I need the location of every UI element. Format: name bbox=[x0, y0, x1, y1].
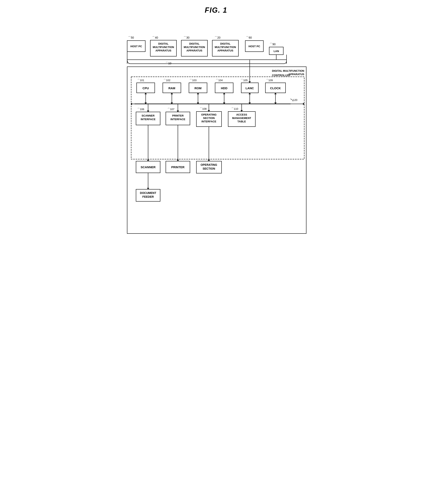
scanner-interface-line2: INTERFACE bbox=[141, 118, 156, 121]
ref-105-label: 105 bbox=[243, 79, 248, 82]
op-sec-iface-line2: SECTION bbox=[203, 117, 215, 120]
hdd-label: HDD bbox=[221, 86, 227, 90]
op-sec-iface-line3: INTERFACE bbox=[201, 120, 216, 123]
host-pc-right-label: HOST PC bbox=[248, 45, 260, 48]
op-sec-line2: SECTION bbox=[202, 167, 215, 170]
controller-label: CONTROLLER bbox=[272, 74, 290, 77]
printer-label: PRINTER bbox=[171, 165, 185, 169]
ref-10-label: ⌒10 bbox=[165, 62, 171, 65]
doc-feeder-line1: DOCUMENT bbox=[140, 191, 156, 195]
ref-30-label: ⌒30 bbox=[184, 36, 189, 39]
ref-50-label: ⌒50 bbox=[128, 36, 134, 39]
diagram-container: ⌒50 ⌒40 ⌒30 ⌒20 ⌒60 ⌒90 HOST PC DIGITAL … bbox=[120, 20, 313, 242]
rom-label: ROM bbox=[194, 86, 201, 90]
ref-107-label: ⌒107 bbox=[167, 108, 174, 111]
ref-104-label: ⌒104 bbox=[216, 79, 223, 82]
apparatus-title-line2: APPARATUS bbox=[288, 73, 304, 76]
lan-bracket-curve bbox=[127, 60, 287, 64]
dma-40-line3: APPARATUS bbox=[155, 49, 171, 52]
ref-108-label: ⌒108 bbox=[200, 107, 207, 110]
host-pc-left-label: HOST PC bbox=[130, 45, 142, 48]
dma-20-line3: APPARATUS bbox=[217, 49, 233, 52]
dma-40-line2: MULTIFUNCTION bbox=[153, 46, 174, 49]
printer-interface-line1: PRINTER bbox=[172, 114, 184, 117]
ref-102-label: ⌒102 bbox=[163, 79, 170, 82]
access-mgmt-line3: TABLE bbox=[237, 120, 246, 123]
dma-20-line2: MULTIFUNCTION bbox=[215, 46, 236, 49]
ref-40-label: ⌒40 bbox=[152, 36, 158, 39]
cpu-label: CPU bbox=[142, 86, 149, 90]
scanner-interface-line1: SCANNER bbox=[141, 114, 155, 117]
ref-110-label: ⌒110 bbox=[231, 107, 238, 110]
op-sec-line1: OPERATING bbox=[200, 163, 217, 166]
ref-120-label: 120 bbox=[293, 99, 297, 101]
printer-interface-line2: INTERFACE bbox=[170, 118, 185, 121]
ref-105-curve: ⌒ bbox=[241, 79, 243, 82]
clock-label: CLOCK bbox=[270, 86, 281, 90]
ref-109-label: 109 bbox=[268, 79, 273, 82]
op-sec-iface-line1: OPERATING bbox=[201, 113, 216, 116]
ref-60-label: ⌒60 bbox=[246, 36, 252, 39]
scanner-label: SCANNER bbox=[141, 165, 155, 169]
apparatus-title-line1: DIGITAL MULTIFUNCTION bbox=[272, 69, 304, 72]
ref-90-label: ⌒90 bbox=[270, 43, 276, 46]
dma-20-line1: DIGITAL bbox=[220, 42, 230, 45]
page-title: FIG. 1 bbox=[205, 6, 227, 14]
access-mgmt-line1: ACCESS bbox=[236, 113, 247, 116]
ram-label: RAM bbox=[168, 86, 175, 90]
ref-109-curve: ⌒ bbox=[266, 79, 269, 82]
dma-30-line3: APPARATUS bbox=[186, 49, 202, 52]
doc-feeder-line2: FEEDER bbox=[142, 195, 154, 198]
dma-40-line1: DIGITAL bbox=[158, 42, 169, 45]
dma-30-line2: MULTIFUNCTION bbox=[184, 46, 205, 49]
access-mgmt-line2: MANAGEMENT bbox=[232, 117, 251, 120]
ref-20-label: ⌒20 bbox=[215, 36, 221, 39]
dma-30-line1: DIGITAL bbox=[189, 42, 199, 45]
ref-103-label: ⌒103 bbox=[189, 79, 197, 82]
diagram-svg: ⌒50 ⌒40 ⌒30 ⌒20 ⌒60 ⌒90 HOST PC DIGITAL … bbox=[120, 20, 313, 242]
ref-101-label: ⌒101 bbox=[137, 79, 144, 82]
ref-106-label: ⌒106 bbox=[137, 108, 144, 111]
lan-label: LAN bbox=[273, 50, 279, 53]
lanc-label: LANC bbox=[245, 86, 254, 90]
